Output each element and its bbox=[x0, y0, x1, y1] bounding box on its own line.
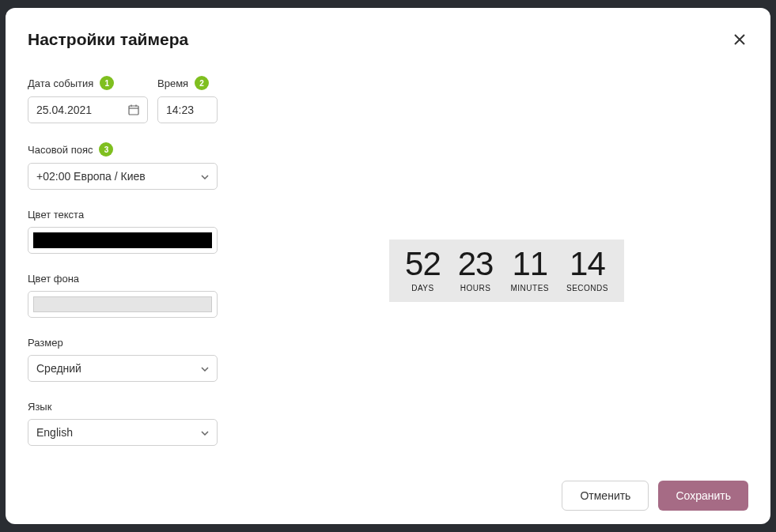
bg-color-swatch bbox=[33, 296, 212, 312]
language-label: Язык bbox=[28, 401, 249, 413]
calendar-icon bbox=[128, 104, 139, 115]
countdown-seconds-label: SECONDS bbox=[566, 284, 608, 292]
form-column: Дата события 1 25.04.2021 Время 2 bbox=[28, 76, 249, 465]
text-color-swatch bbox=[33, 232, 212, 248]
text-color-group: Цвет текста bbox=[28, 209, 249, 254]
date-label-text: Дата события bbox=[28, 77, 93, 89]
countdown-seconds-value: 14 bbox=[570, 247, 605, 281]
badge-3: 3 bbox=[99, 142, 113, 157]
size-value: Средний bbox=[36, 362, 81, 375]
badge-1: 1 bbox=[100, 76, 114, 90]
save-button[interactable]: Сохранить bbox=[658, 481, 748, 511]
countdown-days: 52 DAYS bbox=[405, 247, 441, 292]
countdown-days-label: DAYS bbox=[411, 284, 434, 292]
preview-column: 52 DAYS 23 HOURS 11 MINUTES 14 SECONDS bbox=[265, 76, 748, 465]
size-group: Размер Средний bbox=[28, 337, 249, 382]
close-button[interactable] bbox=[731, 30, 748, 51]
countdown-hours-value: 23 bbox=[458, 247, 494, 281]
timezone-label-text: Часовой пояс bbox=[28, 144, 93, 156]
timezone-select[interactable]: +02:00 Европа / Киев bbox=[28, 163, 218, 190]
countdown-days-value: 52 bbox=[405, 247, 441, 281]
modal-header: Настройки таймера bbox=[28, 30, 748, 51]
countdown-minutes-value: 11 bbox=[512, 247, 547, 281]
countdown-minutes: 11 MINUTES bbox=[510, 247, 549, 292]
timezone-group: Часовой пояс 3 +02:00 Европа / Киев bbox=[28, 142, 249, 190]
language-value: English bbox=[36, 426, 73, 439]
close-icon bbox=[734, 32, 745, 48]
date-value: 25.04.2021 bbox=[36, 104, 92, 116]
countdown-hours-label: HOURS bbox=[460, 284, 491, 292]
time-label-text: Время bbox=[157, 77, 188, 89]
date-time-row: Дата события 1 25.04.2021 Время 2 bbox=[28, 76, 249, 123]
countdown-minutes-label: MINUTES bbox=[510, 284, 549, 292]
svg-rect-0 bbox=[129, 106, 138, 115]
bg-color-group: Цвет фона bbox=[28, 273, 249, 318]
countdown-preview: 52 DAYS 23 HOURS 11 MINUTES 14 SECONDS bbox=[389, 240, 624, 302]
time-input[interactable] bbox=[157, 96, 218, 123]
modal-footer: Отменить Сохранить bbox=[28, 465, 748, 511]
modal-body: Дата события 1 25.04.2021 Время 2 bbox=[28, 76, 748, 465]
badge-2: 2 bbox=[195, 76, 209, 90]
text-color-label: Цвет текста bbox=[28, 209, 249, 221]
modal-title: Настройки таймера bbox=[28, 30, 188, 49]
timer-settings-modal: Настройки таймера Дата события 1 25.04.2… bbox=[6, 8, 770, 524]
chevron-down-icon bbox=[201, 428, 209, 437]
timezone-value: +02:00 Европа / Киев bbox=[36, 170, 146, 183]
size-select[interactable]: Средний bbox=[28, 355, 218, 382]
date-input[interactable]: 25.04.2021 bbox=[28, 96, 148, 123]
chevron-down-icon bbox=[201, 364, 209, 373]
timezone-label: Часовой пояс 3 bbox=[28, 142, 249, 157]
time-label: Время 2 bbox=[157, 76, 218, 90]
time-group: Время 2 bbox=[157, 76, 218, 123]
size-label: Размер bbox=[28, 337, 249, 349]
chevron-down-icon bbox=[201, 172, 209, 181]
countdown-seconds: 14 SECONDS bbox=[566, 247, 608, 292]
date-group: Дата события 1 25.04.2021 bbox=[28, 76, 148, 123]
language-select[interactable]: English bbox=[28, 419, 218, 446]
date-label: Дата события 1 bbox=[28, 76, 148, 90]
countdown-hours: 23 HOURS bbox=[458, 247, 494, 292]
language-group: Язык English bbox=[28, 401, 249, 446]
cancel-button[interactable]: Отменить bbox=[562, 481, 649, 511]
text-color-picker[interactable] bbox=[28, 227, 218, 254]
bg-color-picker[interactable] bbox=[28, 291, 218, 318]
bg-color-label: Цвет фона bbox=[28, 273, 249, 285]
